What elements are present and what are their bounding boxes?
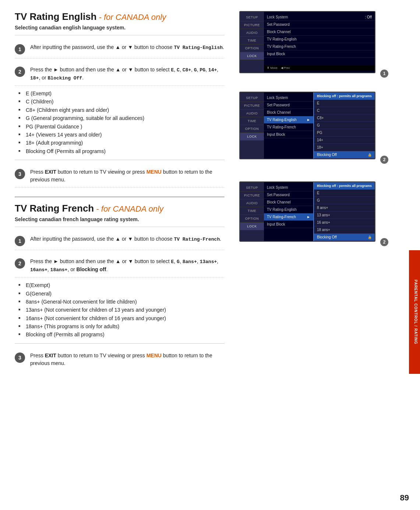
submenu3-16ans: 16 ans+	[314, 219, 375, 226]
sidebar-setup: SETUP	[240, 14, 264, 21]
sidebar-picture-3: PICTURE	[240, 192, 264, 199]
menu2-tv-rating-french: TV Rating-French	[264, 124, 313, 131]
s2-step2-text: Press the ► button and then use the ▲ or…	[30, 258, 225, 273]
submenu2-header: Blocking off : permits all programs	[314, 92, 375, 100]
sidebar-time: TIME	[240, 37, 264, 45]
page-wrapper: PARENTAL CONTROL / RATING TV Rating Engl…	[0, 0, 420, 510]
tv-submenu-3: Blocking off : permits all programs E G …	[313, 182, 375, 241]
menu-block-channel: Block Channel	[264, 28, 375, 36]
menu2-tv-rating-english: TV Rating-English ►	[264, 116, 313, 124]
submenu3-18ans: 18 ans+	[314, 226, 375, 234]
menu3-lock-system: Lock System	[264, 184, 313, 191]
bullet-item: 16ans+ (Not convenient for children of 1…	[18, 314, 225, 322]
step2-text: Press the ► button and then use the ▲ or…	[30, 66, 225, 82]
tv-footer-1: ⬆ Move ◀ Prev	[264, 65, 375, 71]
sidebar-audio-3: AUDIO	[240, 199, 264, 207]
submenu2-blocking-off: Blocking Off 🔒	[314, 151, 375, 159]
step3-row: 3 Press EXIT button to return to TV view…	[15, 164, 225, 188]
section1-bullets: E (Exempt) C (Children) C8+ (Children ei…	[15, 89, 225, 155]
sidebar-time-2: TIME	[240, 117, 264, 125]
tv-main-menu-2: Lock System Set Password Block Channel T…	[264, 92, 313, 159]
side-label: PARENTAL CONTROL / RATING	[409, 250, 420, 374]
sidebar-audio: AUDIO	[240, 29, 264, 37]
screen2-badge: 2	[380, 156, 388, 164]
menu3-tv-rating-english: TV Rating-English	[264, 206, 313, 213]
s2-step1-badge: 1	[15, 236, 25, 246]
menu3-input-block: Input Block	[264, 221, 313, 228]
tv-screen-2-container: SETUP PICTURE AUDIO TIME OPTION LOCK Loc…	[239, 92, 390, 159]
s2-step3-row: 3 Press EXIT button to return to TV view…	[15, 348, 225, 371]
submenu2-G: G	[314, 122, 375, 129]
sidebar-option-3: OPTION	[240, 215, 264, 223]
sidebar-picture-2: PICTURE	[240, 102, 264, 110]
bullet-item: G (General programming, suitable for all…	[18, 114, 225, 122]
content-area: TV Rating English - for CANADA only Sele…	[0, 0, 405, 386]
submenu3-8ans: 8 ans+	[314, 204, 375, 212]
submenu2-14: 14+	[314, 137, 375, 144]
bullet-item: E(Exempt)	[18, 281, 225, 289]
bullet-item: 18+ (Adult programming)	[18, 139, 225, 147]
tv-screen-1-container: SETUP PICTURE AUDIO TIME OPTION LOCK Loc…	[239, 11, 390, 73]
screen3-badge: 2	[380, 238, 388, 246]
menu-input-block: Input Block	[264, 50, 375, 58]
menu-tv-rating-french: TV Rating-French	[264, 43, 375, 50]
submenu2-E: E	[314, 100, 375, 107]
sidebar-option: OPTION	[240, 45, 264, 52]
sidebar-lock-2: LOCK	[240, 133, 264, 141]
divider3	[15, 227, 225, 227]
bullet-item: PG (Parental Guidance )	[18, 123, 225, 131]
tv-main-menu-1: Lock System : Off Set Password Block Cha…	[264, 12, 375, 72]
submenu3-G: G	[314, 197, 375, 204]
tv-sidebar-2: SETUP PICTURE AUDIO TIME OPTION LOCK	[240, 92, 264, 159]
bullet-item: C8+ (Children eight years and older)	[18, 106, 225, 114]
s2-step3-badge: 3	[15, 353, 25, 363]
tv-sidebar-1: SETUP PICTURE AUDIO TIME OPTION LOCK	[240, 12, 264, 72]
right-column: SETUP PICTURE AUDIO TIME OPTION LOCK Loc…	[236, 0, 394, 386]
tv-screen-3: SETUP PICTURE AUDIO TIME OPTION LOCK Loc…	[239, 181, 375, 242]
bullet-item: 14+ (Viewers 14 years and older)	[18, 131, 225, 139]
submenu3-13ans: 13 ans+	[314, 212, 375, 219]
section2-bullets: E(Exempt) G(General) 8ans+ (General-Not …	[15, 281, 225, 339]
step2-badge: 2	[15, 67, 25, 77]
submenu3-E: E	[314, 190, 375, 197]
submenu3-header: Blocking off : permits all programs	[314, 182, 375, 190]
step1-badge: 1	[15, 44, 25, 54]
menu-set-password: Set Password	[264, 21, 375, 28]
submenu3-blocking-off: Blocking Off 🔒	[314, 234, 375, 241]
sidebar-time-3: TIME	[240, 207, 264, 215]
s2-step1-text: After inputting the password, use the ▲ …	[30, 235, 225, 243]
tv-submenu-2: Blocking off : permits all programs E C …	[313, 92, 375, 159]
sidebar-setup-3: SETUP	[240, 184, 264, 192]
submenu2-C: C	[314, 107, 375, 114]
menu2-set-password: Set Password	[264, 102, 313, 109]
submenu2-18: 18+	[314, 144, 375, 151]
sidebar-lock-3: LOCK	[240, 223, 264, 230]
section-divider	[15, 196, 225, 198]
menu-lock-system: Lock System : Off	[264, 14, 375, 21]
s2-step1-row: 1 After inputting the password, use the …	[15, 231, 225, 250]
submenu2-PG: PG	[314, 129, 375, 137]
sidebar-audio-2: AUDIO	[240, 110, 264, 117]
bullet-item: 13ans+ (Not convenient for children of 1…	[18, 306, 225, 314]
bullet-item: C (Children)	[18, 98, 225, 106]
bullet-item: G(General)	[18, 290, 225, 298]
bullet-item: 8ans+ (General-Not convenient for little…	[18, 298, 225, 306]
step2-row: 2 Press the ► button and then use the ▲ …	[15, 62, 225, 86]
sidebar-lock: LOCK	[240, 52, 264, 60]
divider1	[15, 35, 225, 35]
divider2	[15, 160, 225, 160]
menu2-input-block: Input Block	[264, 131, 313, 138]
step3-text: Press EXIT button to return to TV viewin…	[30, 168, 225, 184]
tv-screen-3-container: SETUP PICTURE AUDIO TIME OPTION LOCK Loc…	[239, 181, 390, 242]
tv-sidebar-3: SETUP PICTURE AUDIO TIME OPTION LOCK	[240, 182, 264, 241]
bullet-item: 18ans+ (This programs is only for adults…	[18, 322, 225, 330]
divider4	[15, 343, 225, 344]
menu2-lock-system: Lock System	[264, 94, 313, 102]
section2-title: TV Rating French - for CANADA only	[15, 203, 225, 214]
menu3-set-password: Set Password	[264, 191, 313, 199]
section1-title: TV Rating English - for CANADA only	[15, 11, 225, 22]
screen1-badge: 1	[380, 70, 388, 78]
s2-step2-badge: 2	[15, 258, 25, 269]
menu2-block-channel: Block Channel	[264, 109, 313, 116]
section2-subtitle: Selecting canadian french language ratin…	[15, 216, 225, 222]
